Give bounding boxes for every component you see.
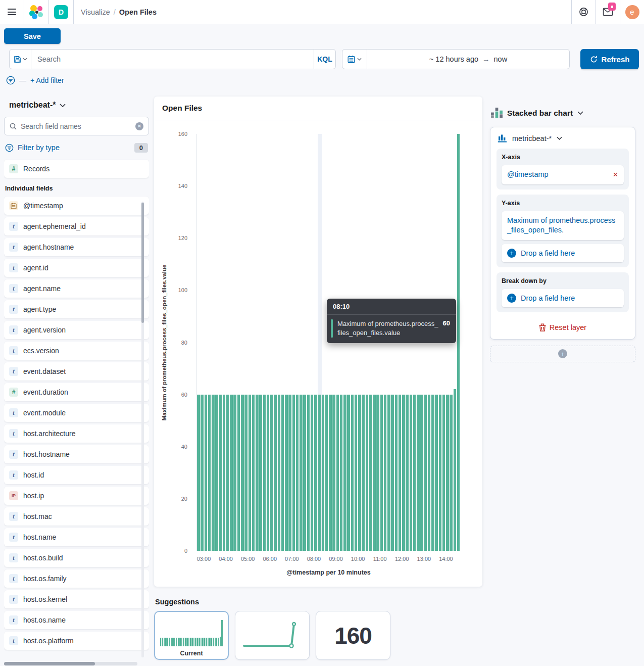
bar[interactable] <box>417 395 420 551</box>
field-search-input[interactable] <box>21 122 131 130</box>
field-item[interactable]: thost.os.name <box>4 611 149 629</box>
y-axis-drop-target[interactable]: + Drop a field here <box>502 244 624 262</box>
field-item[interactable]: thost.id <box>4 466 149 484</box>
field-item[interactable]: tagent.hostname <box>4 238 149 256</box>
breakdown-drop-target[interactable]: + Drop a field here <box>502 289 624 307</box>
bar[interactable] <box>391 395 394 551</box>
bar[interactable] <box>303 395 306 551</box>
bar[interactable] <box>336 395 339 551</box>
space-avatar[interactable]: D <box>54 5 68 19</box>
bar[interactable] <box>446 395 449 551</box>
bar[interactable] <box>259 395 262 551</box>
field-item[interactable]: thost.os.kernel <box>4 590 149 608</box>
field-item[interactable]: tagent.type <box>4 300 149 318</box>
bar[interactable] <box>267 395 270 551</box>
bar[interactable] <box>307 395 310 551</box>
breadcrumb-visualize[interactable]: Visualize <box>81 8 110 16</box>
field-item[interactable]: thost.os.platform <box>4 632 149 650</box>
bar[interactable] <box>362 395 365 551</box>
bar[interactable] <box>387 395 390 551</box>
suggestion-metric[interactable]: 160 <box>316 611 390 660</box>
bar[interactable] <box>442 395 445 551</box>
time-range-button[interactable]: ~ 12 hours ago → now <box>367 49 570 69</box>
bar[interactable] <box>311 395 314 551</box>
bar[interactable] <box>380 395 383 551</box>
bar[interactable] <box>399 395 402 551</box>
field-item[interactable]: @timestamp <box>4 197 149 215</box>
field-item[interactable]: tecs.version <box>4 342 149 360</box>
bar[interactable] <box>233 395 236 551</box>
bar[interactable] <box>329 395 332 551</box>
bar[interactable] <box>223 395 226 551</box>
field-item[interactable]: thost.os.build <box>4 549 149 567</box>
clear-search-icon[interactable]: ✕ <box>135 122 143 130</box>
bar[interactable] <box>420 395 423 551</box>
suggestion-current[interactable]: Current <box>154 611 229 660</box>
bar[interactable] <box>296 395 299 551</box>
bar[interactable] <box>402 395 405 551</box>
save-button[interactable]: Save <box>4 28 61 44</box>
newsfeed-icon[interactable] <box>596 0 620 24</box>
bar[interactable] <box>244 395 247 551</box>
field-item[interactable]: thost.hostname <box>4 445 149 463</box>
bar[interactable] <box>274 395 277 551</box>
field-item[interactable]: tagent.id <box>4 259 149 277</box>
bar[interactable] <box>435 395 438 551</box>
field-item[interactable]: tagent.name <box>4 279 149 298</box>
bar[interactable] <box>340 395 343 551</box>
menu-icon[interactable] <box>0 0 24 24</box>
bar[interactable] <box>197 395 200 551</box>
refresh-button[interactable]: Refresh <box>580 49 639 69</box>
field-item[interactable]: thost.name <box>4 528 149 546</box>
add-layer-button[interactable]: + <box>490 346 635 362</box>
bar[interactable] <box>322 395 325 551</box>
bar[interactable] <box>431 395 434 551</box>
bar[interactable] <box>270 395 273 551</box>
bar[interactable] <box>219 395 222 551</box>
bar[interactable] <box>256 395 259 551</box>
field-item[interactable]: tagent.version <box>4 321 149 339</box>
bar[interactable] <box>314 395 317 551</box>
bar[interactable] <box>281 395 284 551</box>
index-pattern-switcher[interactable]: metricbeat-* <box>4 97 149 112</box>
bar[interactable] <box>410 395 413 551</box>
layer-index-pattern-switcher[interactable]: metricbeat-* <box>498 134 629 142</box>
kql-button[interactable]: KQL <box>314 49 336 69</box>
bar[interactable] <box>325 395 328 551</box>
field-item[interactable]: #event.duration <box>4 383 149 401</box>
bar[interactable] <box>212 395 215 551</box>
field-item[interactable]: IPhost.ip <box>4 487 149 505</box>
x-axis-dimension[interactable]: @timestamp ✕ <box>502 165 624 184</box>
bar[interactable] <box>208 395 211 551</box>
remove-dimension-icon[interactable]: ✕ <box>613 171 618 178</box>
reset-layer-button[interactable]: Reset layer <box>497 317 629 332</box>
bar[interactable] <box>249 395 252 551</box>
bar[interactable] <box>230 395 233 551</box>
bar[interactable] <box>406 395 409 551</box>
sidebar-hscroll-thumb[interactable] <box>4 662 95 665</box>
bar[interactable] <box>454 389 457 551</box>
bar[interactable] <box>205 395 208 551</box>
bar[interactable] <box>201 395 204 551</box>
bar[interactable] <box>332 395 335 551</box>
user-menu[interactable]: e <box>620 0 644 24</box>
bar[interactable] <box>347 395 350 551</box>
field-item[interactable]: tevent.dataset <box>4 362 149 380</box>
y-axis-dimension[interactable]: Maximum of prometheus.process_files_open… <box>502 211 624 240</box>
bar[interactable] <box>226 395 229 551</box>
bar[interactable] <box>376 395 379 551</box>
bar[interactable] <box>355 395 358 551</box>
bar[interactable] <box>237 395 240 551</box>
bar[interactable] <box>428 395 431 551</box>
bar[interactable] <box>395 395 398 551</box>
bar[interactable] <box>215 395 218 551</box>
bar[interactable] <box>413 395 416 551</box>
field-item[interactable]: thost.os.family <box>4 569 149 588</box>
bar[interactable] <box>366 395 369 551</box>
bar[interactable] <box>351 395 354 551</box>
bar[interactable] <box>369 395 372 551</box>
bar-chart-plot[interactable]: 08:10 Maximum of prometheus.process_file… <box>196 134 461 551</box>
field-item[interactable]: thost.mac <box>4 507 149 526</box>
bar[interactable] <box>457 134 460 551</box>
sidebar-vscroll-thumb[interactable] <box>141 203 144 323</box>
